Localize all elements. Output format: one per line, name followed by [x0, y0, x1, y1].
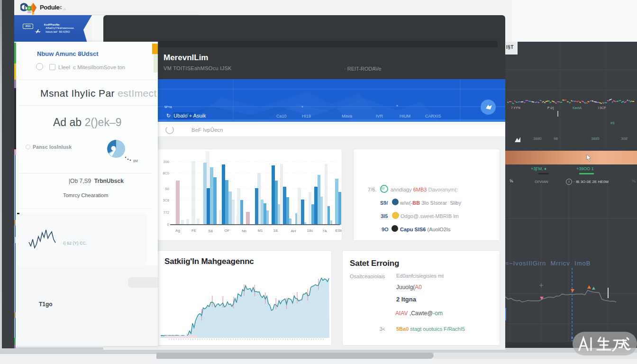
svg-text:ESb: ESb — [335, 228, 342, 233]
svg-text:Ag: Ag — [175, 228, 180, 233]
svg-text:M1: M1 — [257, 228, 263, 233]
svg-text:Nb: Nb — [242, 229, 247, 233]
svg-text:18c: 18c — [307, 228, 313, 233]
svg-text:OF: OF — [224, 228, 229, 233]
svg-text:200: 200 — [163, 160, 169, 164]
svg-text:S0: S0 — [165, 187, 169, 191]
svg-text:18.: 18. — [273, 228, 278, 233]
svg-text:6M: 6M — [133, 159, 138, 163]
svg-text:S8: S8 — [208, 229, 213, 233]
svg-text:0: 0 — [167, 222, 169, 227]
svg-text:FE: FE — [191, 228, 196, 233]
svg-text:3C8: 3C8 — [163, 198, 169, 202]
svg-text:AH: AH — [291, 229, 296, 233]
svg-text:7A: 7A — [322, 229, 327, 233]
svg-text:8C0: 8C0 — [163, 171, 169, 175]
svg-text:772: 772 — [163, 210, 169, 215]
